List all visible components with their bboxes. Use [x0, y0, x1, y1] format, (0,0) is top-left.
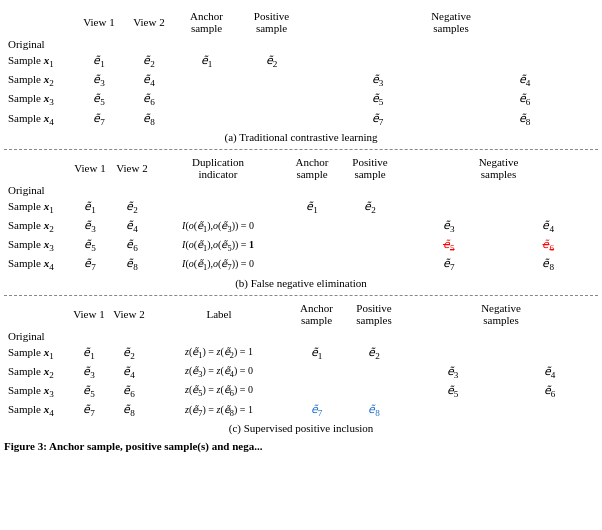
spacer2b	[111, 182, 153, 198]
col-orig-label-c: Original	[4, 328, 69, 344]
spacer4b	[283, 182, 341, 198]
table-row: Sample x2 ẽ3 ẽ4 ẽ3 ẽ4	[4, 71, 598, 90]
spacer1b	[69, 182, 111, 198]
divider-1	[4, 149, 598, 150]
label-1c: z(ẽ1) = z(ẽ2) = 1	[149, 344, 289, 363]
dup-3b: I(o(ẽ1),o(ẽ5)) = 1	[153, 236, 283, 255]
table-row: Sample x2 ẽ3 ẽ4 I(o(ẽ1),o(ẽ3)) = 0 ẽ3 ẽ4	[4, 217, 598, 236]
col-neg-a: Negativesamples	[304, 8, 598, 36]
v2-2b: ẽ4	[111, 217, 153, 236]
v1-4b: ẽ7	[69, 255, 111, 274]
anchor-4c: ẽ7	[289, 401, 344, 420]
pos-4b	[341, 255, 399, 274]
v2-2a: ẽ4	[124, 71, 174, 90]
orig-3c: Sample x3	[4, 382, 69, 401]
section-c: View 1 View 2 Label Anchorsample Positiv…	[4, 300, 598, 435]
spacer2c	[109, 328, 149, 344]
neg2-1c	[501, 344, 598, 363]
table-row: Sample x4 ẽ7 ẽ8 ẽ7 ẽ8	[4, 110, 598, 129]
orig-1a: Sample x1	[4, 52, 74, 71]
orig-4c: Sample x4	[4, 401, 69, 420]
orig-3a: Sample x3	[4, 90, 74, 109]
col-dup-b: Duplicationindicator	[153, 154, 283, 182]
pos-3a	[239, 90, 304, 109]
neg2-4c	[501, 401, 598, 420]
neg1-2a: ẽ3	[304, 71, 451, 90]
neg1-1b	[399, 198, 499, 217]
pos-1b: ẽ2	[341, 198, 399, 217]
v1-1b: ẽ1	[69, 198, 111, 217]
v2-1b: ẽ2	[111, 198, 153, 217]
header-row-orig-a: Original	[4, 36, 598, 52]
neg2-2a: ẽ4	[451, 71, 598, 90]
v2-3a: ẽ6	[124, 90, 174, 109]
neg2-4a: ẽ8	[451, 110, 598, 129]
table-row: Sample x4 ẽ7 ẽ8 I(o(ẽ1),o(ẽ7)) = 0 ẽ7 ẽ8	[4, 255, 598, 274]
caption-c: (c) Supervised positive inclusion	[4, 422, 598, 434]
orig-4a: Sample x4	[4, 110, 74, 129]
v2-1c: ẽ2	[109, 344, 149, 363]
neg1-3c: ẽ5	[404, 382, 501, 401]
col-original-c	[4, 300, 69, 328]
neg1-3a: ẽ5	[304, 90, 451, 109]
divider-2	[4, 295, 598, 296]
col-original-a	[4, 8, 74, 36]
neg2-3a: ẽ6	[451, 90, 598, 109]
neg1-3b: ẽ5	[399, 236, 499, 255]
v2-4a: ẽ8	[124, 110, 174, 129]
pos-2b	[341, 217, 399, 236]
spacer7b	[499, 182, 599, 198]
table-row: Sample x4 ẽ7 ẽ8 z(ẽ7) = z(ẽ8) = 1 ẽ7 ẽ8	[4, 401, 598, 420]
dup-2b: I(o(ẽ1),o(ẽ3)) = 0	[153, 217, 283, 236]
v2-2c: ẽ4	[109, 363, 149, 382]
spacer4	[239, 36, 304, 52]
header-row-a: View 1 View 2 Anchorsample Positivesampl…	[4, 8, 598, 36]
spacer3c	[149, 328, 289, 344]
col-view2-b: View 2	[111, 154, 153, 182]
col-orig-label-b: Original	[4, 182, 69, 198]
v1-2c: ẽ3	[69, 363, 109, 382]
orig-4b: Sample x4	[4, 255, 69, 274]
figure-caption-text: Anchor sample, positive sample(s) and ne…	[49, 440, 254, 452]
neg1-2c: ẽ3	[404, 363, 501, 382]
neg2-2c: ẽ4	[501, 363, 598, 382]
table-a: View 1 View 2 Anchorsample Positivesampl…	[4, 8, 598, 129]
spacer6	[451, 36, 598, 52]
orig-2b: Sample x2	[4, 217, 69, 236]
v1-3c: ẽ5	[69, 382, 109, 401]
col-view2-a: View 2	[124, 8, 174, 36]
neg1-4a: ẽ7	[304, 110, 451, 129]
neg1-2b: ẽ3	[399, 217, 499, 236]
table-row: Sample x2 ẽ3 ẽ4 z(ẽ3) = z(ẽ4) = 0 ẽ3 ẽ4	[4, 363, 598, 382]
anchor-4a	[174, 110, 239, 129]
orig-1b: Sample x1	[4, 198, 69, 217]
anchor-2b	[283, 217, 341, 236]
table-row: Sample x1 ẽ1 ẽ2 ẽ1 ẽ2	[4, 52, 598, 71]
spacer5	[304, 36, 451, 52]
section-a: View 1 View 2 Anchorsample Positivesampl…	[4, 8, 598, 143]
figure-caption: Figure 3: Anchor sample, positive sample…	[4, 440, 598, 452]
anchor-2a	[174, 71, 239, 90]
neg2-4b: ẽ8	[499, 255, 599, 274]
spacer3	[174, 36, 239, 52]
neg2-3c: ẽ6	[501, 382, 598, 401]
col-view1-b: View 1	[69, 154, 111, 182]
table-row: Sample x1 ẽ1 ẽ2 z(ẽ1) = z(ẽ2) = 1 ẽ1 ẽ2	[4, 344, 598, 363]
spacer7c	[501, 328, 598, 344]
col-anchor-b: Anchorsample	[283, 154, 341, 182]
dup-4b: I(o(ẽ1),o(ẽ7)) = 0	[153, 255, 283, 274]
table-row: Sample x3 ẽ5 ẽ6 ẽ5 ẽ6	[4, 90, 598, 109]
v2-4b: ẽ8	[111, 255, 153, 274]
anchor-1a: ẽ1	[174, 52, 239, 71]
v1-4a: ẽ7	[74, 110, 124, 129]
table-b: View 1 View 2 Duplicationindicator Ancho…	[4, 154, 598, 275]
pos-1a: ẽ2	[239, 52, 304, 71]
neg1-4c	[404, 401, 501, 420]
anchor-1c: ẽ1	[289, 344, 344, 363]
v2-3c: ẽ6	[109, 382, 149, 401]
orig-2c: Sample x2	[4, 363, 69, 382]
orig-1c: Sample x1	[4, 344, 69, 363]
col-neg-c: Negativesamples	[404, 300, 598, 328]
table-c: View 1 View 2 Label Anchorsample Positiv…	[4, 300, 598, 421]
orig-3b: Sample x3	[4, 236, 69, 255]
